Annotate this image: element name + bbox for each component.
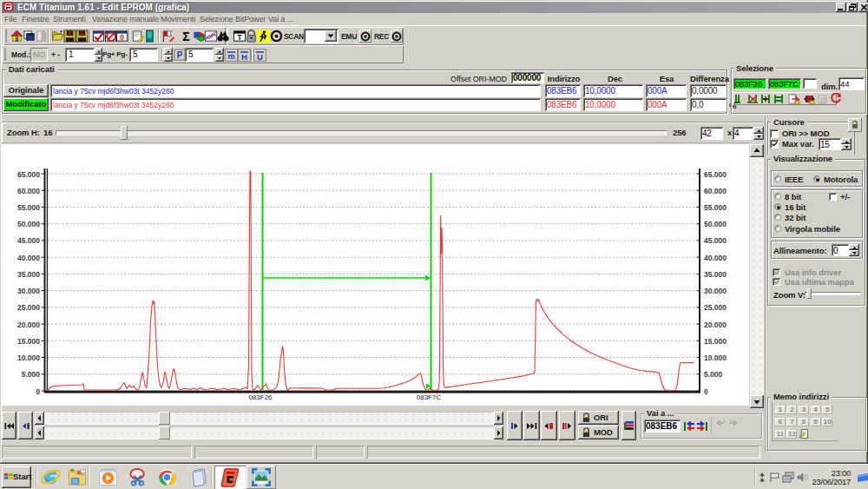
svg-text:30.000: 30.000 [704,287,727,295]
svg-text:P: P [177,50,183,60]
svg-text:T: T [237,33,242,42]
svg-text:55.000: 55.000 [17,203,40,212]
svg-text:U: U [257,52,263,62]
svg-text:15.000: 15.000 [704,337,727,346]
svg-text:0: 0 [704,387,708,396]
svg-text:20.000: 20.000 [704,320,727,329]
svg-text:5.000: 5.000 [22,370,41,379]
svg-text:40.000: 40.000 [17,254,40,262]
svg-text:0: 0 [36,387,40,396]
svg-text:45.000: 45.000 [704,236,727,245]
svg-text:65.000: 65.000 [704,170,727,179]
svg-text:50.000: 50.000 [704,220,727,228]
svg-text:35.000: 35.000 [17,270,40,279]
svg-text:45.000: 45.000 [17,236,40,245]
svg-text:5.000: 5.000 [704,370,723,379]
svg-text:60.000: 60.000 [704,187,727,195]
svg-text:30.000: 30.000 [17,287,40,295]
svg-text:H: H [241,52,247,62]
svg-text:35.000: 35.000 [704,270,727,279]
svg-text:25.000: 25.000 [704,303,727,312]
svg-text:60.000: 60.000 [17,187,40,195]
svg-text:15.000: 15.000 [17,337,40,346]
svg-text:65.000: 65.000 [17,170,40,179]
svg-text:10.000: 10.000 [704,354,727,362]
svg-text:10.000: 10.000 [17,354,40,362]
svg-text:25.000: 25.000 [17,303,40,312]
svg-text:Σ: Σ [182,30,189,43]
svg-text:20.000: 20.000 [17,320,40,329]
svg-text:50.000: 50.000 [17,220,40,228]
svg-text:083F7C: 083F7C [417,393,442,401]
svg-text:0: 0 [120,33,124,42]
svg-text:55.000: 55.000 [704,203,727,212]
svg-text:083F26: 083F26 [248,393,273,401]
svg-text:m: m [227,52,234,61]
svg-text:40.000: 40.000 [704,254,727,262]
